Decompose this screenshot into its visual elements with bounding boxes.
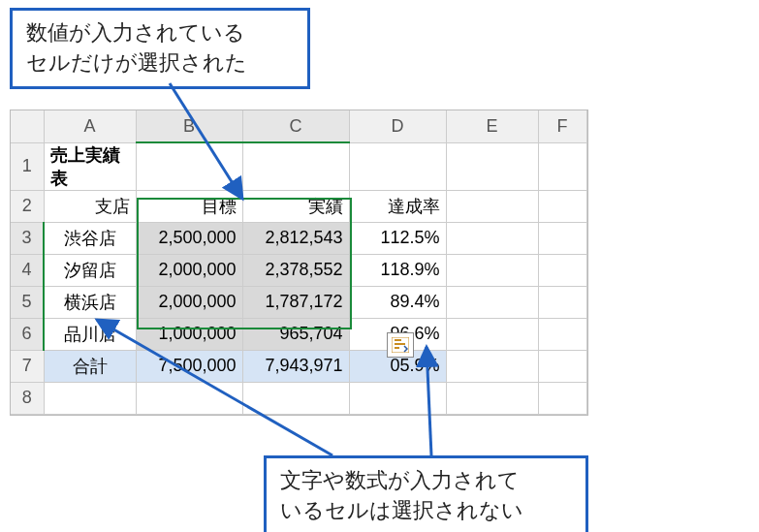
- colhdr-A[interactable]: A: [44, 110, 136, 142]
- colhdr-D[interactable]: D: [349, 110, 446, 142]
- cell-F8[interactable]: [538, 382, 586, 414]
- rowhdr-8[interactable]: 8: [11, 382, 44, 414]
- cell-D8[interactable]: [349, 382, 446, 414]
- cell-E5[interactable]: [446, 286, 538, 318]
- cell-E2[interactable]: [446, 190, 538, 222]
- cell-B3[interactable]: 2,500,000: [136, 222, 242, 254]
- cell-C3[interactable]: 2,812,543: [242, 222, 349, 254]
- cell-B5[interactable]: 2,000,000: [136, 286, 242, 318]
- callout-top-line1: 数値が入力されている: [26, 20, 245, 45]
- cell-E1[interactable]: [446, 142, 538, 190]
- cell-D3[interactable]: 112.5%: [349, 222, 446, 254]
- colhdr-E[interactable]: E: [446, 110, 538, 142]
- cell-D2[interactable]: 達成率: [349, 190, 446, 222]
- cell-F4[interactable]: [538, 254, 586, 286]
- cell-F5[interactable]: [538, 286, 586, 318]
- cell-A7[interactable]: 合計: [44, 350, 136, 382]
- cell-B8[interactable]: [136, 382, 242, 414]
- cell-C5[interactable]: 1,787,172: [242, 286, 349, 318]
- cell-D4[interactable]: 118.9%: [349, 254, 446, 286]
- cell-F3[interactable]: [538, 222, 586, 254]
- cell-C2[interactable]: 実績: [242, 190, 349, 222]
- rowhdr-2[interactable]: 2: [11, 190, 44, 222]
- rowhdr-3[interactable]: 3: [11, 222, 44, 254]
- callout-bottom-line2: いるセルは選択されない: [280, 498, 523, 522]
- quick-analysis-icon[interactable]: [387, 332, 414, 358]
- colhdr-C[interactable]: C: [242, 110, 349, 142]
- spreadsheet: A B C D E F 1 売上実績表 2 支店 目標 実績 達成率 3: [10, 110, 588, 416]
- callout-top-line2: セルだけが選択された: [26, 50, 247, 75]
- cell-C1[interactable]: [242, 142, 349, 190]
- cell-E6[interactable]: [446, 318, 538, 350]
- corner-cell[interactable]: [11, 110, 44, 142]
- rowhdr-5[interactable]: 5: [11, 286, 44, 318]
- cell-C6[interactable]: 965,704: [242, 318, 349, 350]
- callout-top: 数値が入力されている セルだけが選択された: [10, 8, 310, 89]
- grid[interactable]: A B C D E F 1 売上実績表 2 支店 目標 実績 達成率 3: [11, 110, 587, 415]
- cell-B4[interactable]: 2,000,000: [136, 254, 242, 286]
- cell-E8[interactable]: [446, 382, 538, 414]
- cell-A2[interactable]: 支店: [44, 190, 136, 222]
- rowhdr-7[interactable]: 7: [11, 350, 44, 382]
- cell-A1[interactable]: 売上実績表: [44, 142, 136, 190]
- cell-D5[interactable]: 89.4%: [349, 286, 446, 318]
- cell-E3[interactable]: [446, 222, 538, 254]
- cell-A4[interactable]: 汐留店: [44, 254, 136, 286]
- cell-A6[interactable]: 品川店: [44, 318, 136, 350]
- cell-B7[interactable]: 7,500,000: [136, 350, 242, 382]
- cell-C7[interactable]: 7,943,971: [242, 350, 349, 382]
- cell-D1[interactable]: [349, 142, 446, 190]
- rowhdr-6[interactable]: 6: [11, 318, 44, 350]
- colhdr-F[interactable]: F: [538, 110, 586, 142]
- cell-A5[interactable]: 横浜店: [44, 286, 136, 318]
- cell-B2[interactable]: 目標: [136, 190, 242, 222]
- cell-F7[interactable]: [538, 350, 586, 382]
- cell-B6[interactable]: 1,000,000: [136, 318, 242, 350]
- cell-C8[interactable]: [242, 382, 349, 414]
- cell-A3[interactable]: 渋谷店: [44, 222, 136, 254]
- cell-F1[interactable]: [538, 142, 586, 190]
- cell-E7[interactable]: [446, 350, 538, 382]
- callout-bottom-line1: 文字や数式が入力されて: [280, 468, 520, 492]
- cell-A8[interactable]: [44, 382, 136, 414]
- cell-F6[interactable]: [538, 318, 586, 350]
- cell-B1[interactable]: [136, 142, 242, 190]
- callout-bottom: 文字や数式が入力されて いるセルは選択されない: [264, 455, 588, 532]
- colhdr-B[interactable]: B: [136, 110, 242, 142]
- cell-C4[interactable]: 2,378,552: [242, 254, 349, 286]
- cell-F2[interactable]: [538, 190, 586, 222]
- cell-E4[interactable]: [446, 254, 538, 286]
- rowhdr-4[interactable]: 4: [11, 254, 44, 286]
- rowhdr-1[interactable]: 1: [11, 142, 44, 190]
